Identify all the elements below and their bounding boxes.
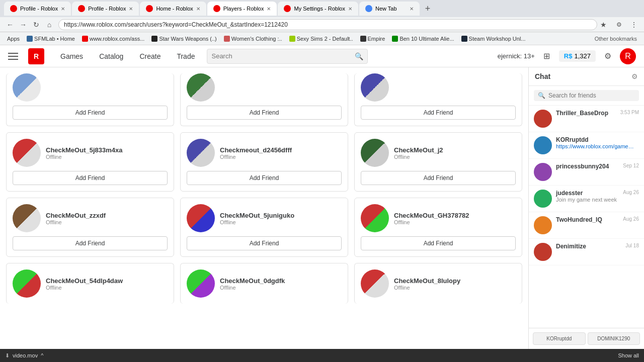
search-icon[interactable]: 🔍: [355, 52, 363, 60]
list-item: Checkmeout_d2456dfff Offline Add Friend: [180, 132, 348, 192]
settings-icon[interactable]: ⚙: [600, 48, 616, 64]
tab-label: Home - Roblox: [156, 6, 193, 12]
bookmark-women[interactable]: Women's Clothing :..: [221, 35, 285, 43]
roblox-search-bar[interactable]: 🔍: [207, 49, 368, 64]
bookmark-favicon: [360, 36, 366, 42]
friend-info: Thriller_BaseDrop: [556, 110, 616, 117]
roblox-search-input[interactable]: [211, 52, 352, 60]
hamburger-menu[interactable]: [8, 48, 24, 64]
player-name: CheckMeOut_5juniguko: [220, 212, 342, 219]
chat-friend-4[interactable]: judesster Join my game next week Aug 26: [529, 186, 644, 212]
reload-button[interactable]: ↻: [30, 19, 42, 31]
add-friend-button[interactable]: Add Friend: [361, 236, 516, 250]
friend-info: Denimitize: [556, 243, 621, 250]
robux-amount: 1,327: [574, 52, 591, 60]
chat-friend-6[interactable]: Denimitize Jul 18: [529, 239, 644, 265]
add-friend-button[interactable]: Add Friend: [361, 106, 516, 120]
tab-close[interactable]: ✕: [267, 6, 271, 12]
chat-friend-1[interactable]: Thriller_BaseDrop 3:53 PM: [529, 106, 644, 132]
nav-trade[interactable]: Trade: [169, 45, 203, 67]
chat-dominik-button[interactable]: DOMINIK1290: [588, 332, 640, 345]
player-status: Offline: [220, 154, 342, 160]
player-status: Offline: [46, 285, 168, 291]
home-button[interactable]: ⌂: [43, 19, 55, 31]
player-info: [187, 73, 342, 102]
chat-friend-2[interactable]: KORruptdd https://www.roblox.com/games/1…: [529, 132, 644, 159]
apps-button[interactable]: Apps: [4, 35, 23, 43]
show-all-button[interactable]: Show all: [618, 352, 639, 358]
chat-settings-icon[interactable]: ⚙: [631, 72, 638, 80]
forward-button[interactable]: →: [17, 19, 29, 31]
add-friend-button[interactable]: Add Friend: [13, 236, 168, 250]
tab-close[interactable]: ✕: [129, 6, 133, 12]
bookmark-label: Women's Clothing :..: [231, 36, 282, 42]
tab-favicon: [365, 5, 372, 12]
add-friend-button[interactable]: Add Friend: [13, 171, 168, 185]
players-grid: Add Friend Add Friend Add Friend: [6, 73, 522, 304]
tab-close[interactable]: ✕: [196, 6, 200, 12]
bookmark-steam[interactable]: Steam Workshop Unl...: [458, 35, 529, 43]
friend-info: judesster Join my game next week: [556, 190, 619, 203]
bookmark-roblox[interactable]: www.roblox.com/ass...: [79, 35, 147, 43]
add-friend-button[interactable]: Add Friend: [187, 171, 342, 185]
bookmark-label: Star Wars Weapons (..): [159, 36, 216, 42]
new-tab-button[interactable]: +: [421, 2, 435, 16]
tab-close[interactable]: ✕: [348, 6, 352, 12]
avatar: [187, 204, 215, 232]
avatar: [534, 136, 552, 154]
tab-close[interactable]: ✕: [61, 6, 65, 12]
player-name: CheckMeOut_54dlp4daw: [46, 277, 168, 285]
tab-close[interactable]: ✕: [410, 6, 414, 12]
player-details: CheckMeOut_8lulopy Offline: [394, 277, 516, 291]
bookmark-favicon: [82, 36, 88, 42]
player-info: CheckMeOut_5j833m4xa Offline: [13, 139, 168, 167]
add-friend-button[interactable]: Add Friend: [13, 106, 168, 120]
chat-friend-3[interactable]: princessbunny204 Sep 12: [529, 159, 644, 186]
nav-create[interactable]: Create: [131, 45, 169, 67]
player-info: CheckMeOut_54dlp4daw Offline: [13, 269, 168, 298]
menu-button[interactable]: ⋮: [628, 19, 640, 31]
add-friend-button[interactable]: Add Friend: [187, 106, 342, 120]
main-layout: Add Friend Add Friend Add Friend: [0, 67, 644, 349]
player-card-top3: Add Friend: [354, 73, 522, 126]
tab-home[interactable]: Home - Roblox ✕: [140, 2, 206, 16]
chat-friend-5[interactable]: TwoHundred_IQ Aug 26: [529, 212, 644, 239]
list-item: CheckMeOut_5j833m4xa Offline Add Friend: [6, 132, 174, 192]
bookmark-ben10[interactable]: Ben 10 Ultimate Alie...: [389, 35, 457, 43]
player-details: CheckMeOut_j2 Offline: [394, 146, 516, 160]
tab-newtab[interactable]: New Tab ✕: [359, 2, 420, 16]
download-item[interactable]: ⬇ video.mov ^: [5, 352, 43, 359]
roblox-logo[interactable]: R: [28, 48, 44, 64]
nav-username: ejernick: 13+: [498, 52, 535, 60]
friend-time: Jul 18: [625, 243, 639, 248]
bookmark-empire[interactable]: Empire: [357, 35, 388, 43]
bottom-bar: ⬇ video.mov ^ Show all: [0, 349, 644, 362]
nav-games[interactable]: Games: [52, 45, 91, 67]
tab-settings[interactable]: My Settings - Roblox ✕: [278, 2, 358, 16]
tab-profile-1[interactable]: Profile - Roblox ✕: [4, 2, 71, 16]
nav-buttons: ← → ↻ ⌂: [4, 19, 55, 31]
bookmark-starwars[interactable]: Star Wars Weapons (..): [148, 35, 219, 43]
bookmark-sexy[interactable]: Sexy Sims 2 - Default..: [286, 35, 356, 43]
bookmark-star[interactable]: ★: [600, 21, 607, 29]
add-friend-button[interactable]: Add Friend: [361, 171, 516, 185]
bookmark-sfmlab[interactable]: SFMLab • Home: [24, 35, 78, 43]
back-button[interactable]: ←: [4, 19, 16, 31]
notifications-icon[interactable]: R: [620, 48, 636, 64]
player-info: [361, 73, 516, 102]
grid-icon[interactable]: ⊞: [539, 48, 555, 64]
chat-korruptdd-button[interactable]: KORruptdd: [533, 332, 586, 345]
add-friend-button[interactable]: Add Friend: [187, 236, 342, 250]
player-name: CheckMeOut_5j833m4xa: [46, 146, 168, 154]
url-bar[interactable]: https://www.roblox.com/search/users?keyw…: [58, 19, 597, 30]
tab-profile-2[interactable]: Profile - Roblox ✕: [72, 2, 139, 16]
extensions-button[interactable]: ⚙: [613, 19, 625, 31]
nav-catalog[interactable]: Catalog: [91, 45, 131, 67]
list-item: CheckMeOut_j2 Offline Add Friend: [354, 132, 522, 192]
robux-button[interactable]: R$ 1,327: [559, 50, 596, 62]
tab-players[interactable]: Players - Roblox ✕: [207, 2, 277, 16]
player-info: CheckMeOut_zzxdf Offline: [13, 204, 168, 232]
chat-search-input[interactable]: [548, 92, 635, 99]
bookmarks-more[interactable]: Other bookmarks: [592, 35, 640, 43]
avatar: [361, 73, 389, 102]
